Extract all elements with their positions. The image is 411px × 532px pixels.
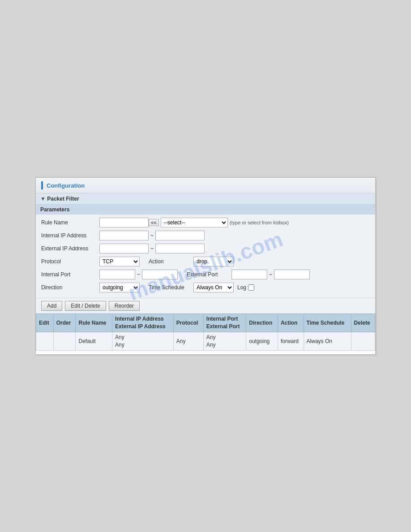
th-time-schedule: Time Schedule xyxy=(304,314,351,332)
header-bar xyxy=(41,181,43,189)
th-port: Internal Port External Port xyxy=(203,314,246,332)
external-ip-label: External IP Address xyxy=(41,245,99,252)
internal-ip-start[interactable] xyxy=(99,231,149,240)
int-port-tilde: ~ xyxy=(137,271,140,278)
edit-delete-button[interactable]: Edit / Delete xyxy=(65,301,106,311)
packet-filter-section[interactable]: Packet Filter xyxy=(36,193,375,205)
time-schedule-label: Time Schedule xyxy=(149,284,193,291)
log-checkbox[interactable] xyxy=(248,284,254,291)
external-port-end[interactable] xyxy=(274,270,310,279)
cell-rule-name: Default xyxy=(76,332,112,351)
action-group: Action drop forward reject xyxy=(149,257,234,266)
th-edit: Edit xyxy=(36,314,54,332)
th-order: Order xyxy=(53,314,76,332)
cell-protocol: Any xyxy=(173,332,203,351)
action-select[interactable]: drop forward reject xyxy=(193,257,234,266)
log-label: Log xyxy=(237,284,246,291)
rule-name-row: Rule Name << --select-- (type or select … xyxy=(41,217,370,228)
th-rule-name: Rule Name xyxy=(76,314,112,332)
action-label: Action xyxy=(149,258,193,265)
table-row: Default Any Any Any Any xyxy=(36,332,375,351)
rule-name-input[interactable] xyxy=(99,218,149,227)
external-ip-end[interactable] xyxy=(155,244,205,253)
internal-port-end[interactable] xyxy=(142,270,178,279)
rule-name-select-btn[interactable]: << xyxy=(149,219,159,226)
internal-ip-tilde: ~ xyxy=(150,232,154,239)
external-ip-tilde: ~ xyxy=(150,245,154,252)
internal-ip-end[interactable] xyxy=(155,231,205,240)
external-ip-row: External IP Address ~ xyxy=(41,243,370,254)
protocol-action-row: Protocol TCP UDP ICMP Any Action drop fo… xyxy=(41,256,370,267)
time-schedule-select[interactable]: Always On xyxy=(193,283,234,292)
direction-select[interactable]: outgoing incoming xyxy=(99,283,140,292)
internal-ip-row: Internal IP Address ~ xyxy=(41,230,370,241)
direction-schedule-row: Direction outgoing incoming Time Schedul… xyxy=(41,282,370,293)
external-port-group: External Port ~ xyxy=(187,270,310,279)
internal-port-start[interactable] xyxy=(99,270,135,279)
cell-edit xyxy=(36,332,54,351)
external-port-label: External Port xyxy=(187,271,231,278)
ports-row: Internal Port ~ External Port ~ xyxy=(41,269,370,280)
rule-name-select[interactable]: --select-- xyxy=(161,218,228,227)
cell-time-schedule: Always On xyxy=(304,332,351,351)
packet-filter-label: Packet Filter xyxy=(47,196,79,202)
internal-port-label: Internal Port xyxy=(41,271,99,278)
cell-port: Any Any xyxy=(203,332,246,351)
protocol-select[interactable]: TCP UDP ICMP Any xyxy=(99,257,140,266)
config-panel: Configuration Packet Filter Parameters R… xyxy=(35,177,376,354)
table-container: Edit Order Rule Name Internal IP Address… xyxy=(36,313,375,354)
protocol-label: Protocol xyxy=(41,258,99,265)
th-direction: Direction xyxy=(246,314,278,332)
parameters-header: Parameters xyxy=(36,205,375,215)
th-action: Action xyxy=(278,314,304,332)
parameters-label: Parameters xyxy=(40,206,69,213)
cell-ip: Any Any xyxy=(112,332,174,351)
cell-delete xyxy=(351,332,375,351)
cell-action: forward xyxy=(278,332,304,351)
config-title: Configuration xyxy=(47,182,85,189)
reorder-button[interactable]: Reorder xyxy=(109,301,140,311)
direction-label: Direction xyxy=(41,284,99,291)
form-section: Rule Name << --select-- (type or select … xyxy=(36,215,375,298)
page-wrapper: manualslib.com Configuration Packet Filt… xyxy=(0,0,411,532)
button-row: Add Edit / Delete Reorder xyxy=(36,298,375,313)
config-header: Configuration xyxy=(36,178,375,193)
th-protocol: Protocol xyxy=(173,314,203,332)
external-ip-start[interactable] xyxy=(99,244,149,253)
rule-name-hint: (type or select from listbox) xyxy=(230,220,289,225)
ext-port-tilde: ~ xyxy=(269,271,272,278)
external-port-start[interactable] xyxy=(231,270,267,279)
rule-name-label: Rule Name xyxy=(41,219,99,226)
rules-table: Edit Order Rule Name Internal IP Address… xyxy=(36,313,375,350)
cell-order xyxy=(53,332,76,351)
cell-direction: outgoing xyxy=(246,332,278,351)
th-ip: Internal IP Address External IP Address xyxy=(112,314,174,332)
internal-ip-label: Internal IP Address xyxy=(41,232,99,239)
schedule-group: Time Schedule Always On Log xyxy=(149,283,254,292)
add-button[interactable]: Add xyxy=(41,301,62,311)
th-delete: Delete xyxy=(351,314,375,332)
